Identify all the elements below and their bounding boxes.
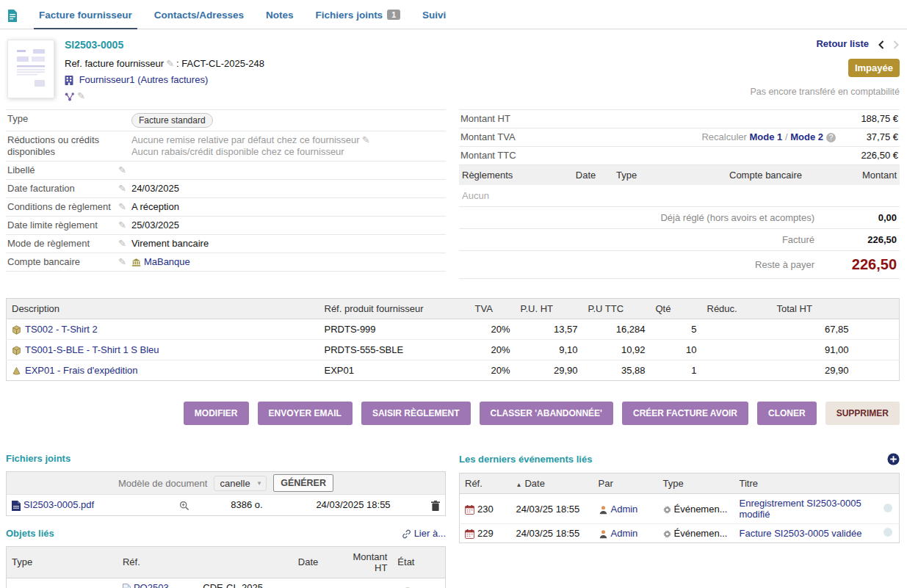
calendar-icon <box>465 504 474 515</box>
accounting-transfer-note: Pas encore transféré en comptabilité <box>657 87 900 97</box>
total-ht-cell: 29,90 <box>772 360 854 381</box>
column-header: Par <box>593 473 658 494</box>
product-link[interactable]: TS001-S-BLE - T-Shirt 1 S Bleu <box>25 344 159 355</box>
linked-header-row: Type Réf. Date Montant HT État <box>7 546 446 578</box>
preview-zoom-icon[interactable] <box>179 499 189 510</box>
order-document-icon <box>123 582 131 588</box>
gear-icon <box>663 504 671 515</box>
remaining-to-pay-value: 226,50 <box>834 251 900 279</box>
classify-abandoned-button[interactable]: CLASSER 'ABANDONNÉE' <box>480 402 613 425</box>
document-model-select[interactable]: canelle ▾ <box>214 476 267 491</box>
linked-amount-ht: 188,75 <box>338 578 392 588</box>
unit-price-ht-cell: 29,90 <box>516 360 583 381</box>
column-header: Total HT <box>772 299 854 319</box>
document-model-label: Modèle de document <box>118 478 207 489</box>
vat-cell: 20% <box>470 360 516 381</box>
linked-external-ref: CDE-CL-2025-549 <box>198 578 278 588</box>
column-header: Réf. produit fournisseur <box>319 299 470 319</box>
recalc-mode1-link[interactable]: Mode 1 <box>750 131 783 142</box>
bank-icon <box>131 256 141 267</box>
edit-payment-terms-icon[interactable]: ✎ <box>118 201 126 212</box>
add-event-icon[interactable] <box>887 453 900 465</box>
calendar-icon <box>465 528 474 539</box>
linked-date: 24/03/2025 <box>278 578 338 588</box>
edit-payment-mode-icon[interactable]: ✎ <box>118 238 126 249</box>
summary-label: Déjà réglé (hors avoirs et acomptes) <box>459 207 834 229</box>
link-to-link[interactable]: Lier à... <box>414 528 446 539</box>
edit-label-icon[interactable]: ✎ <box>118 164 126 175</box>
edit-bank-account-icon[interactable]: ✎ <box>118 256 126 267</box>
tab-label: Contacts/Adresses <box>154 10 244 21</box>
tab-facture-fournisseur[interactable]: Facture fournisseur <box>28 10 143 29</box>
tab-bar: Facture fournisseur Contacts/Adresses No… <box>0 0 907 29</box>
document-thumbnail[interactable] <box>7 40 54 98</box>
event-title-link[interactable]: Enregistrement SI2503-0005 modifié <box>740 498 861 520</box>
tab-notes[interactable]: Notes <box>255 10 305 29</box>
field-row-conditions: Conditions de règlement ✎ A réception <box>6 198 446 217</box>
modify-button[interactable]: MODIFIER <box>184 402 249 425</box>
column-header: Réduc. <box>702 299 772 319</box>
tab-fichiers-joints[interactable]: Fichiers joints1 <box>305 10 411 29</box>
generate-button[interactable]: GÉNÉRER <box>273 474 333 492</box>
latest-events-title: Les derniers événements liés <box>459 454 592 465</box>
invoice-banner: SI2503-0005 Ref. facture fournisseur✎: F… <box>0 29 907 108</box>
edit-discount-icon[interactable]: ✎ <box>362 134 370 145</box>
thirdparty-link[interactable]: Fournisseur1 <box>79 74 135 85</box>
event-row: 230 24/03/25 18:55 Admin Événemen... Enr… <box>460 494 900 524</box>
field-row-mode-reglement: Mode de règlement ✎ Virement bancaire <box>6 235 446 253</box>
field-label: Date facturation <box>6 180 115 198</box>
supplier-ref-label: Ref. facture fournisseur <box>65 58 164 69</box>
label-value <box>130 161 446 180</box>
file-date: 24/03/2025 18:55 <box>289 495 418 515</box>
clone-button[interactable]: CLONER <box>757 402 817 425</box>
event-title-link[interactable]: Facture SI2503-0005 validée <box>740 528 862 539</box>
chevron-left-icon[interactable] <box>878 38 884 49</box>
bank-account-link[interactable]: MaBanque <box>144 256 190 267</box>
product-link[interactable]: TS002 - T-Shirt 2 <box>25 324 98 335</box>
field-label: Compte bancaire <box>6 253 115 272</box>
event-user-link[interactable]: Admin <box>611 504 638 515</box>
sortable-date-header[interactable]: ▲Date <box>511 473 593 494</box>
status-badge: Impayée <box>848 59 900 77</box>
edit-project-icon[interactable]: ✎ <box>77 90 85 101</box>
back-to-list-link[interactable]: Retour liste <box>816 38 869 49</box>
linked-object-row: Commande fournisseur PO2503-0005 CDE-CL-… <box>7 578 446 588</box>
unit-price-ht-cell: 9,10 <box>516 340 583 360</box>
edit-supplier-ref-icon[interactable]: ✎ <box>166 58 174 69</box>
due-date-value: 25/03/2025 <box>130 217 446 235</box>
thirdparty-line: Fournisseur1 (Autres factures) <box>65 74 657 86</box>
other-invoices-link[interactable]: (Autres factures) <box>137 74 208 85</box>
event-ref: 230 <box>477 504 494 515</box>
service-link[interactable]: EXP01 - Frais d'expédition <box>25 365 138 376</box>
payments-empty-row: Aucun <box>459 185 900 207</box>
amount-label: Montant TTC <box>459 147 562 165</box>
event-ref: 229 <box>477 528 494 539</box>
edit-due-date-icon[interactable]: ✎ <box>118 219 126 231</box>
event-type: Événemen... <box>674 504 728 515</box>
chevron-down-icon: ▾ <box>258 479 261 487</box>
amount-ht-value: 188,75 € <box>837 110 900 128</box>
recalc-mode2-link[interactable]: Mode 2 <box>790 131 823 142</box>
send-email-button[interactable]: ENVOYER EMAIL <box>258 402 353 425</box>
create-credit-note-button[interactable]: CRÉER FACTURE AVOIR <box>622 402 748 425</box>
help-icon[interactable]: ? <box>826 133 836 142</box>
edit-invoice-date-icon[interactable]: ✎ <box>118 183 126 194</box>
unit-price-ttc-cell: 10,92 <box>583 340 651 360</box>
column-header: Montant HT <box>338 546 392 578</box>
trash-icon[interactable] <box>431 499 440 510</box>
unit-price-ttc-cell: 16,284 <box>583 319 651 340</box>
event-user-link[interactable]: Admin <box>611 528 638 539</box>
mode-separator: / <box>785 131 788 142</box>
unit-price-ttc-cell: 35,88 <box>583 360 651 381</box>
field-label: Conditions de règlement <box>6 198 115 217</box>
chevron-right-icon <box>893 38 900 49</box>
amount-label: Montant HT <box>459 110 562 128</box>
tab-suivi[interactable]: Suivi <box>411 10 457 29</box>
tab-contacts-adresses[interactable]: Contacts/Adresses <box>143 10 255 29</box>
field-row-compte-bancaire: Compte bancaire ✎ MaBanque <box>6 253 446 272</box>
delete-button[interactable]: SUPPRIMER <box>825 402 900 425</box>
file-link[interactable]: SI2503-0005.pdf <box>24 499 94 510</box>
field-label: Mode de règlement <box>6 235 115 253</box>
enter-payment-button[interactable]: SAISIR RÈGLEMENT <box>361 402 471 425</box>
payments-summary-table: Déjà réglé (hors avoirs et acomptes) 0,0… <box>459 207 900 279</box>
